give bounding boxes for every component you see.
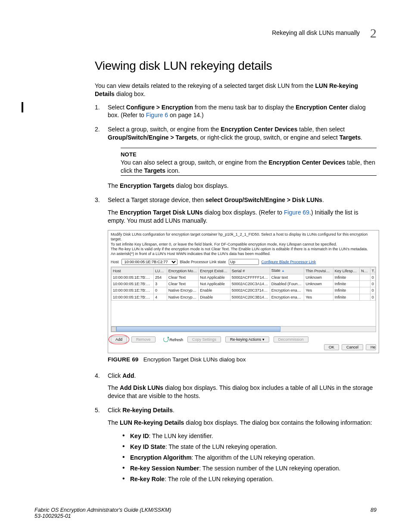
link-figure-6[interactable]: Figure 6 (146, 112, 168, 118)
copy-settings-button[interactable]: Copy Settings (187, 336, 221, 342)
col-lifespan[interactable]: Key Lifespan (days) (333, 268, 359, 274)
host-select[interactable]: 10:00:00:05:1E:7B:C2:77 (121, 259, 177, 265)
add-button-highlight: Add (111, 336, 127, 342)
scroll-left-icon[interactable] (111, 327, 116, 332)
intro-paragraph: You can view details related to the reke… (95, 82, 377, 98)
note-block: NOTE You can also select a group, switch… (121, 148, 377, 176)
step-4: Click Add. The Add Disk LUNs dialog box … (95, 372, 377, 401)
step-3-result: The Encryption Target Disk LUNs dialog b… (108, 208, 377, 225)
footer-doc-number: 53-1002925-01 (34, 513, 171, 519)
col-host[interactable]: Host (112, 268, 154, 274)
table-row[interactable]: 10:00:00:05:1E:7B:C2:774Native Encryptio… (112, 294, 376, 300)
page-number: 89 (371, 507, 377, 513)
figure-caption: FIGURE 69 Encryption Target Disk LUNs di… (108, 356, 377, 364)
configure-bp-link[interactable]: Configure Blade Processor Link (262, 259, 316, 264)
col-thin[interactable]: Thin Provision LUN (304, 268, 333, 274)
ok-button[interactable]: OK (324, 344, 339, 350)
bp-state-value (229, 259, 259, 265)
remove-button[interactable]: Remove (131, 336, 156, 342)
col-next-rekey[interactable]: Next Re-key (360, 268, 371, 274)
field-rekey-session-number: Re-key Session Number: The session numbe… (121, 464, 377, 473)
horizontal-scrollbar[interactable] (111, 326, 376, 332)
step-4-result: The Add Disk LUNs dialog box displays. T… (108, 384, 377, 400)
table-row[interactable]: 10:00:00:05:1E:7B:C2:77254Clear TextNot … (112, 274, 376, 281)
cancel-button[interactable]: Cancel (342, 344, 363, 350)
field-key-id: Key ID: The LUN key identifier. (121, 432, 377, 440)
col-mode[interactable]: Encryption Mode (167, 268, 199, 274)
page-footer: Fabric OS Encryption Administrator's Gui… (34, 507, 377, 519)
table-row[interactable]: 10:00:00:05:1E:7B:C2:773Clear TextNot Ap… (112, 281, 376, 287)
host-label: Host (111, 259, 119, 264)
help-button[interactable]: He (366, 344, 376, 350)
refresh-icon (163, 337, 168, 342)
running-header-title: Rekeying all disk LUNs manually (272, 29, 360, 36)
footer-doc-title: Fabric OS Encryption Administrator's Gui… (34, 507, 171, 513)
chapter-number: 2 (370, 26, 377, 40)
field-rekey-role: Re-key Role: The role of the LUN rekeyin… (121, 475, 377, 483)
step-2: Select a group, switch, or engine from t… (95, 125, 377, 190)
dialog-description: Modify Disk LUNs configuration for encry… (111, 232, 376, 256)
col-lun[interactable]: LUN # (154, 268, 167, 274)
table-header-row: Host LUN # Encryption Mode Encrypt Exist… (112, 268, 376, 274)
col-encrypt[interactable]: Encrypt Existing Data (199, 268, 230, 274)
step-3: Select a Target storage device, then sel… (95, 196, 377, 364)
col-serial[interactable]: Serial # (230, 268, 270, 274)
field-encryption-algorithm: Encryption Algorithm: The algorithm of t… (121, 454, 377, 462)
note-label: NOTE (121, 151, 377, 159)
step-1: Select Configure > Encryption from the m… (95, 103, 377, 120)
running-header: Rekeying all disk LUNs manually 2 (34, 26, 377, 40)
lun-table: Host LUN # Encryption Mode Encrypt Exist… (111, 267, 376, 332)
rekey-details-fields: Key ID: The LUN key identifier. Key ID S… (121, 432, 377, 483)
add-button[interactable]: Add (111, 336, 127, 342)
step-5-result: The LUN Re-keying Details dialog box dis… (108, 419, 377, 427)
decommission-button[interactable]: Decommission (274, 336, 308, 342)
bp-state-label: Blade Processor Link state (180, 259, 226, 264)
step-2-result: The Encryption Targets dialog box displa… (108, 182, 377, 190)
figure-69-screenshot: Modify Disk LUNs configuration for encry… (108, 230, 379, 353)
link-figure-69[interactable]: Figure 69 (284, 209, 309, 216)
refresh-button[interactable]: Refresh (170, 338, 184, 342)
table-row[interactable]: 10:00:00:05:1E:7B:C2:770Native Encryptio… (112, 287, 376, 294)
rekeying-actions-button[interactable]: Re-keying Actions (225, 336, 269, 342)
step-5: Click Re-keying Details. The LUN Re-keyi… (95, 406, 377, 483)
field-key-id-state: Key ID State: The state of the LUN rekey… (121, 443, 377, 451)
col-state[interactable]: State (270, 268, 304, 274)
change-bar (22, 102, 23, 112)
section-heading: Viewing disk LUN rekeying details (95, 58, 377, 74)
note-text: You can also select a group, switch, or … (121, 159, 377, 175)
scroll-thumb[interactable] (116, 327, 280, 332)
col-t[interactable]: T (370, 268, 375, 274)
